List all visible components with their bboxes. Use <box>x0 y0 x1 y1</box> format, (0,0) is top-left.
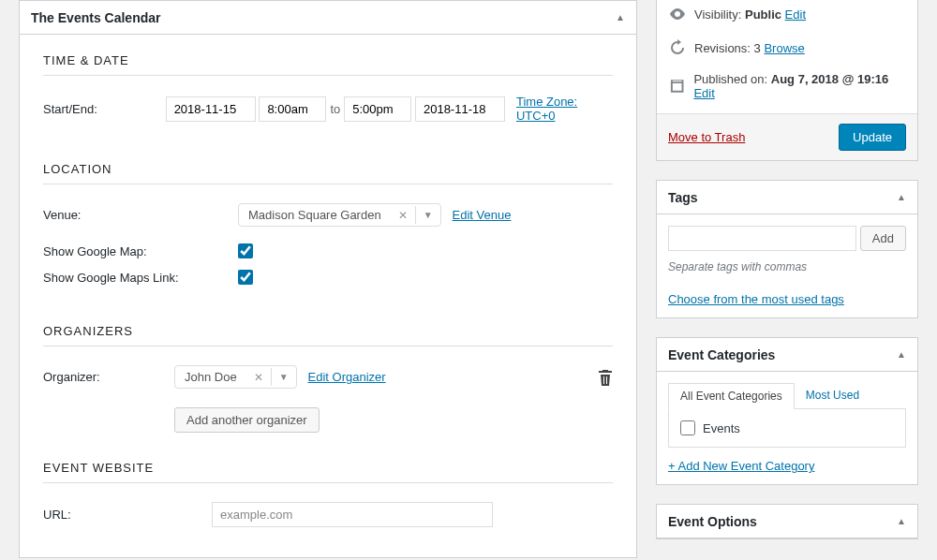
to-label: to <box>330 102 340 116</box>
url-label: URL: <box>43 508 212 522</box>
venue-select[interactable]: Madison Square Garden ✕ ▼ <box>238 203 441 227</box>
collapse-icon[interactable]: ▲ <box>897 516 906 526</box>
publish-box: Visibility: Public Edit Revisions: 3 Bro… <box>656 0 918 161</box>
collapse-icon[interactable]: ▲ <box>897 192 906 202</box>
show-map-link-checkbox[interactable] <box>238 270 253 285</box>
website-heading: EVENT WEBSITE <box>43 461 613 483</box>
published-label: Published on: <box>693 72 767 86</box>
tags-box: Tags ▲ Add Separate tags with commas Cho… <box>656 180 918 318</box>
add-tag-button[interactable]: Add <box>860 226 906 251</box>
start-end-label: Start/End: <box>43 102 166 116</box>
revisions-count: 3 <box>754 41 761 55</box>
website-section: EVENT WEBSITE URL: <box>20 451 636 557</box>
start-time-input[interactable] <box>259 96 326 122</box>
category-label: Events <box>703 421 740 435</box>
categories-header[interactable]: Event Categories ▲ <box>657 338 917 372</box>
show-map-checkbox[interactable] <box>238 243 253 258</box>
location-section: LOCATION Venue: Madison Square Garden ✕ … <box>20 153 636 315</box>
events-calendar-header[interactable]: The Events Calendar ▲ <box>20 1 636 35</box>
calendar-icon <box>668 77 686 96</box>
chevron-down-icon[interactable]: ▼ <box>271 368 296 386</box>
move-to-trash-link[interactable]: Move to Trash <box>668 130 745 144</box>
end-time-input[interactable] <box>344 96 411 122</box>
organizer-value: John Doe <box>175 366 246 388</box>
chevron-down-icon[interactable]: ▼ <box>415 206 440 224</box>
collapse-icon[interactable]: ▲ <box>897 349 906 360</box>
category-checkbox[interactable] <box>680 420 695 435</box>
add-category-link[interactable]: + Add New Event Category <box>668 459 814 473</box>
organizer-label: Organizer: <box>43 370 174 384</box>
visibility-label: Visibility: <box>694 7 741 22</box>
tab-all-categories[interactable]: All Event Categories <box>668 383 795 409</box>
update-button[interactable]: Update <box>839 124 906 151</box>
organizer-clear-icon[interactable]: ✕ <box>246 371 271 384</box>
edit-venue-link[interactable]: Edit Venue <box>453 208 512 222</box>
location-heading: LOCATION <box>43 162 613 184</box>
show-map-link-label: Show Google Maps Link: <box>43 271 238 285</box>
category-item[interactable]: Events <box>680 420 894 435</box>
revisions-label: Revisions: <box>694 41 751 55</box>
venue-clear-icon[interactable]: ✕ <box>391 209 415 222</box>
event-options-box: Event Options ▲ <box>656 504 918 539</box>
choose-tags-link[interactable]: Choose from the most used tags <box>668 292 844 306</box>
url-input[interactable] <box>212 502 493 527</box>
organizers-heading: ORGANIZERS <box>43 324 613 346</box>
event-options-header[interactable]: Event Options ▲ <box>657 505 917 538</box>
time-date-heading: TIME & DATE <box>43 53 613 76</box>
venue-label: Venue: <box>43 208 238 222</box>
organizers-section: ORGANIZERS Organizer: John Doe ✕ ▼ Edit … <box>20 315 636 451</box>
visibility-edit-link[interactable]: Edit <box>785 7 806 22</box>
events-calendar-title: The Events Calendar <box>31 10 161 25</box>
tags-header[interactable]: Tags ▲ <box>657 181 917 214</box>
tags-hint: Separate tags with commas <box>668 260 906 273</box>
start-date-input[interactable] <box>166 96 256 122</box>
organizer-select[interactable]: John Doe ✕ ▼ <box>174 365 297 389</box>
categories-title: Event Categories <box>668 347 775 362</box>
add-organizer-button[interactable]: Add another organizer <box>174 407 320 433</box>
end-date-input[interactable] <box>415 96 505 122</box>
edit-organizer-link[interactable]: Edit Organizer <box>308 370 386 384</box>
tags-title: Tags <box>668 190 698 205</box>
venue-value: Madison Square Garden <box>239 204 391 226</box>
revisions-icon <box>668 38 687 57</box>
visibility-icon <box>668 5 687 23</box>
timezone-link[interactable]: Time Zone: UTC+0 <box>516 95 613 123</box>
collapse-icon[interactable]: ▲ <box>616 12 625 22</box>
show-map-label: Show Google Map: <box>43 244 238 258</box>
published-edit-link[interactable]: Edit <box>693 86 714 100</box>
trash-icon[interactable] <box>598 369 613 386</box>
published-date: Aug 7, 2018 @ 19:16 <box>771 72 888 86</box>
tags-input[interactable] <box>668 226 856 251</box>
visibility-value: Public <box>745 7 781 22</box>
event-options-title: Event Options <box>668 514 757 529</box>
events-calendar-box: The Events Calendar ▲ TIME & DATE Start/… <box>19 0 637 558</box>
time-date-section: TIME & DATE Start/End: to Time Zone: UTC… <box>20 35 636 153</box>
categories-box: Event Categories ▲ All Event Categories … <box>656 337 918 485</box>
tab-most-used[interactable]: Most Used <box>795 383 870 408</box>
revisions-browse-link[interactable]: Browse <box>764 41 804 55</box>
